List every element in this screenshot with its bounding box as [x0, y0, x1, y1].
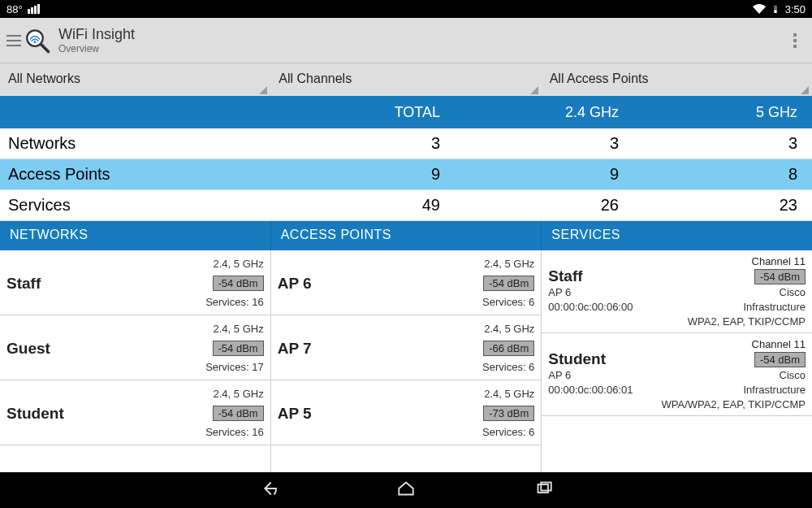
filter-channels[interactable]: All Channels — [270, 63, 541, 96]
signal-badge: -73 dBm — [483, 406, 534, 421]
recent-apps-icon[interactable] — [532, 476, 556, 504]
svg-line-1 — [41, 44, 49, 51]
signal-badge: -54 dBm — [213, 406, 264, 421]
home-icon[interactable] — [394, 476, 418, 504]
app-subtitle: Overview — [58, 43, 135, 54]
network-row[interactable]: Staff 2.4, 5 GHz -54 dBm Services: 16 — [0, 250, 270, 315]
overflow-menu-icon[interactable] — [784, 33, 806, 48]
svg-point-2 — [34, 41, 37, 43]
panels-header: NETWORKS ACCESS POINTS SERVICES — [0, 221, 812, 250]
ap-row[interactable]: AP 5 2.4, 5 GHz -73 dBm Services: 6 — [271, 380, 542, 445]
service-row[interactable]: Channel 11 Student -54 dBm AP 6Cisco 00:… — [542, 333, 812, 416]
svg-rect-4 — [541, 483, 551, 491]
network-row[interactable]: Guest 2.4, 5 GHz -54 dBm Services: 17 — [0, 315, 270, 380]
summary-col-total: TOTAL — [276, 96, 455, 128]
action-bar: WiFi Insight Overview — [0, 18, 812, 63]
signal-badge: -66 dBm — [483, 341, 534, 356]
signal-badge: -54 dBm — [754, 269, 806, 284]
signal-badge: -54 dBm — [754, 352, 806, 367]
filter-networks[interactable]: All Networks — [0, 63, 270, 96]
signal-bars-icon — [28, 4, 40, 14]
summary-row-services[interactable]: Services 49 26 23 — [0, 190, 812, 221]
filter-row: All Networks All Channels All Access Poi… — [0, 63, 812, 96]
nav-bar — [0, 472, 812, 508]
summary-row-networks[interactable]: Networks 3 3 3 — [0, 128, 812, 159]
panel-header-services: SERVICES — [542, 221, 812, 250]
signal-badge: -54 dBm — [213, 341, 264, 356]
hamburger-icon[interactable] — [6, 35, 21, 46]
ap-row[interactable]: AP 6 2.4, 5 GHz -54 dBm Services: 6 — [271, 250, 542, 315]
ap-row[interactable]: AP 7 2.4, 5 GHz -66 dBm Services: 6 — [271, 315, 542, 380]
status-temp: 88° — [6, 3, 23, 15]
battery-status-icon — [771, 2, 780, 15]
panel-networks: Staff 2.4, 5 GHz -54 dBm Services: 16 Gu… — [0, 250, 271, 472]
status-time: 3:50 — [785, 3, 806, 15]
signal-badge: -54 dBm — [483, 276, 534, 291]
summary-header: TOTAL 2.4 GHz 5 GHz — [0, 96, 812, 128]
panel-access-points: AP 6 2.4, 5 GHz -54 dBm Services: 6 AP 7… — [271, 250, 542, 472]
filter-access-points[interactable]: All Access Points — [542, 63, 812, 96]
summary-col-24: 2.4 GHz — [455, 96, 633, 128]
panel-services: Channel 11 Staff -54 dBm AP 6Cisco 00:00… — [542, 250, 812, 472]
summary-col-5: 5 GHz — [633, 96, 812, 128]
app-icon — [23, 26, 52, 55]
app-title: WiFi Insight — [58, 26, 135, 43]
signal-badge: -54 dBm — [213, 276, 264, 291]
network-row[interactable]: Student 2.4, 5 GHz -54 dBm Services: 16 — [0, 380, 270, 445]
summary-row-access-points[interactable]: Access Points 9 9 8 — [0, 159, 812, 190]
service-row[interactable]: Channel 11 Staff -54 dBm AP 6Cisco 00:00… — [542, 250, 812, 333]
panel-header-access-points: ACCESS POINTS — [271, 221, 542, 250]
svg-rect-3 — [538, 484, 549, 493]
status-bar: 88° 3:50 — [0, 0, 812, 18]
panel-header-networks: NETWORKS — [0, 221, 271, 250]
wifi-status-icon — [753, 2, 766, 15]
back-icon[interactable] — [256, 476, 280, 504]
